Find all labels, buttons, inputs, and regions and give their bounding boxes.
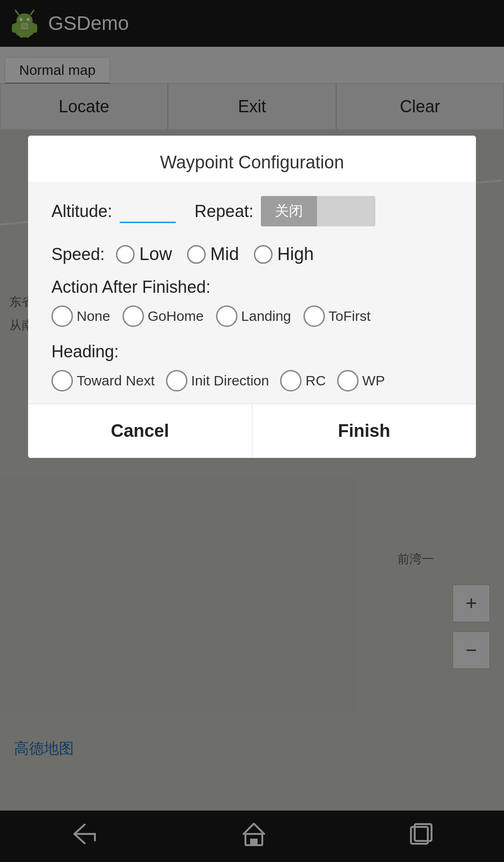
speed-mid-label: Mid (210, 244, 239, 264)
heading-init-direction-label: Init Direction (191, 373, 269, 389)
heading-toward-next-radio[interactable] (51, 370, 73, 391)
heading-row: Toward Next Init Direction RC WP (51, 370, 453, 404)
action-tofirst-label: ToFirst (329, 308, 371, 324)
action-section-header: Action After Finished: (51, 273, 453, 305)
altitude-label: Altitude: (51, 202, 112, 221)
heading-rc-radio[interactable] (280, 370, 302, 391)
action-gohome-radio[interactable] (122, 305, 144, 327)
action-none-radio[interactable] (51, 305, 73, 327)
dialog-body: Altitude: Repeat: 关闭 Speed: Low Mid (28, 182, 476, 404)
speed-label: Speed: (51, 245, 105, 264)
heading-wp-radio[interactable] (337, 370, 359, 391)
waypoint-config-dialog: Waypoint Configuration Altitude: Repeat:… (28, 136, 476, 458)
action-tofirst-option[interactable]: ToFirst (303, 305, 371, 327)
heading-section-header: Heading: (51, 337, 453, 370)
finish-button[interactable]: Finish (252, 404, 476, 458)
speed-row: Speed: Low Mid High (51, 231, 453, 273)
speed-high-radio[interactable] (254, 245, 273, 264)
speed-mid-radio[interactable] (187, 245, 206, 264)
heading-toward-next-label: Toward Next (77, 373, 155, 389)
speed-high-option[interactable]: High (254, 244, 314, 264)
heading-init-direction-radio[interactable] (166, 370, 187, 391)
altitude-repeat-row: Altitude: Repeat: 关闭 (51, 187, 453, 231)
action-none-option[interactable]: None (51, 305, 110, 327)
heading-init-direction-option[interactable]: Init Direction (166, 370, 269, 391)
altitude-input[interactable] (120, 200, 176, 223)
speed-low-option[interactable]: Low (116, 244, 172, 264)
heading-rc-option[interactable]: RC (280, 370, 325, 391)
action-row: None GoHome Landing ToFirst (51, 305, 453, 337)
heading-wp-option[interactable]: WP (337, 370, 385, 391)
repeat-toggle-off-label (317, 198, 375, 225)
speed-radio-group: Low Mid High (116, 244, 329, 264)
dialog-buttons: Cancel Finish (28, 404, 476, 458)
dialog-title: Waypoint Configuration (28, 136, 476, 182)
action-gohome-option[interactable]: GoHome (122, 305, 204, 327)
repeat-toggle[interactable]: 关闭 (261, 196, 375, 226)
action-landing-option[interactable]: Landing (216, 305, 291, 327)
repeat-toggle-on-label: 关闭 (261, 196, 317, 226)
action-landing-label: Landing (241, 308, 291, 324)
speed-high-label: High (277, 244, 314, 264)
speed-mid-option[interactable]: Mid (187, 244, 239, 264)
speed-low-label: Low (139, 244, 172, 264)
action-none-label: None (77, 308, 110, 324)
speed-low-radio[interactable] (116, 245, 135, 264)
action-tofirst-radio[interactable] (303, 305, 325, 327)
cancel-button[interactable]: Cancel (28, 404, 252, 458)
heading-toward-next-option[interactable]: Toward Next (51, 370, 155, 391)
heading-wp-label: WP (362, 373, 385, 389)
action-landing-radio[interactable] (216, 305, 238, 327)
heading-rc-label: RC (305, 373, 325, 389)
action-gohome-label: GoHome (148, 308, 204, 324)
repeat-label: Repeat: (194, 202, 253, 221)
